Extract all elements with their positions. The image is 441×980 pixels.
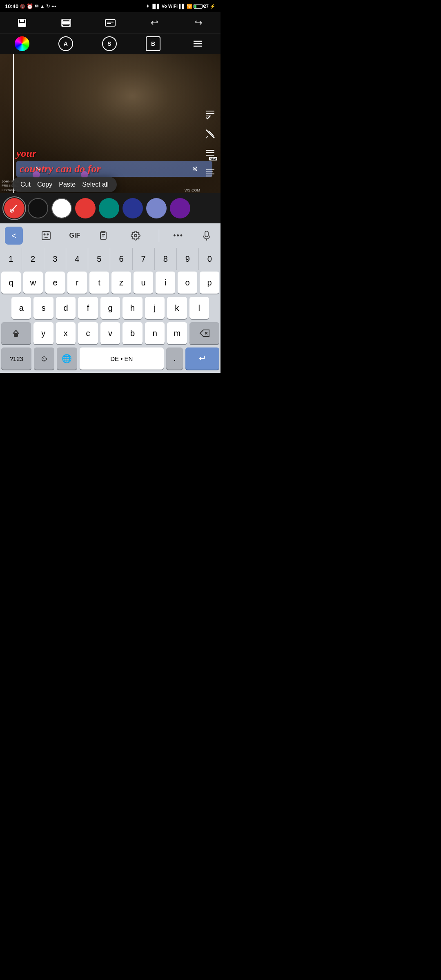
red-swatch[interactable]	[75, 198, 96, 218]
key-k[interactable]: k	[167, 297, 187, 319]
animation-lines-icon[interactable]	[203, 165, 218, 181]
key-o[interactable]: o	[178, 272, 197, 294]
pin-off-icon[interactable]	[203, 126, 218, 142]
key-9[interactable]: 9	[177, 248, 199, 270]
clipboard-icon	[98, 230, 108, 241]
key-u[interactable]: u	[134, 272, 153, 294]
svg-rect-33	[205, 231, 208, 237]
emoji-panel-button[interactable]	[37, 227, 55, 245]
key-5[interactable]: 5	[88, 248, 110, 270]
copy-button[interactable]: Copy	[37, 181, 52, 188]
darkblue-swatch[interactable]	[122, 198, 143, 218]
eraser-swatch[interactable]	[4, 198, 24, 218]
share-icon: ▲	[40, 4, 45, 9]
save-button[interactable]	[14, 15, 30, 31]
key-e[interactable]: e	[45, 272, 65, 294]
text-selection-highlight: country can do for	[16, 161, 212, 177]
cut-button[interactable]: Cut	[20, 181, 31, 188]
text-style-a-button[interactable]: A	[58, 36, 73, 51]
key-h[interactable]: h	[122, 297, 142, 319]
key-n[interactable]: n	[145, 322, 165, 344]
redo-button[interactable]: ↪	[190, 15, 207, 31]
key-2[interactable]: 2	[22, 248, 44, 270]
key-a[interactable]: a	[11, 297, 31, 319]
key-6[interactable]: 6	[110, 248, 132, 270]
keyboard-back-button[interactable]: <	[5, 227, 23, 245]
charging-icon: ⚡	[210, 4, 216, 9]
text-style-s-button[interactable]: S	[102, 36, 117, 51]
svg-point-26	[44, 234, 45, 235]
microphone-icon	[202, 230, 211, 241]
space-key[interactable]: DE • EN	[80, 347, 164, 370]
key-b[interactable]: b	[122, 322, 143, 344]
key-3[interactable]: 3	[44, 248, 66, 270]
resize-corner-br[interactable]: ⤡	[192, 165, 198, 173]
layers-button[interactable]	[58, 15, 74, 31]
align-button[interactable]	[189, 36, 206, 52]
key-x[interactable]: x	[56, 322, 76, 344]
select-all-button[interactable]: Select all	[82, 181, 109, 188]
letter-row-3: y x c v b n m	[0, 321, 220, 346]
globe-key[interactable]: 🌐	[57, 347, 77, 370]
white-swatch[interactable]	[51, 198, 72, 218]
alarm-icon: ⏰	[27, 3, 33, 9]
svg-rect-35	[14, 334, 18, 336]
key-4[interactable]: 4	[66, 248, 88, 270]
battery-percent: 27	[204, 4, 209, 9]
key-s[interactable]: s	[33, 297, 53, 319]
enter-key[interactable]: ↵	[185, 347, 219, 370]
key-m[interactable]: m	[167, 322, 187, 344]
text-lines-new-icon[interactable]: NEW	[203, 146, 218, 161]
key-8[interactable]: 8	[155, 248, 177, 270]
key-r[interactable]: r	[67, 272, 87, 294]
toolbar-separator	[159, 229, 159, 242]
blue-swatch[interactable]	[146, 198, 167, 218]
svg-rect-25	[42, 232, 50, 240]
key-0[interactable]: 0	[199, 248, 220, 270]
backspace-icon	[199, 329, 210, 337]
period-key[interactable]: .	[166, 347, 183, 370]
key-z[interactable]: z	[111, 272, 131, 294]
color-wheel-button[interactable]	[15, 36, 29, 51]
emoji-key[interactable]: ☺	[34, 347, 54, 370]
right-sidebar: NEW	[200, 103, 220, 184]
key-v[interactable]: v	[100, 322, 120, 344]
delete-key[interactable]	[189, 322, 219, 344]
status-bar: 10:40 📵 ⏰ ✉ ▲ ↻ ••• ✦ ▐▌▌ Vo WiFi ▌▌ 🛜 2…	[0, 0, 220, 12]
num-switch-key[interactable]: ?123	[1, 347, 31, 370]
key-w[interactable]: w	[23, 272, 43, 294]
clipboard-button[interactable]	[94, 227, 112, 245]
key-7[interactable]: 7	[133, 248, 155, 270]
shift-icon	[11, 329, 20, 338]
microphone-button[interactable]	[198, 227, 216, 245]
key-f[interactable]: f	[78, 297, 98, 319]
key-q[interactable]: q	[1, 272, 21, 294]
text-line2: country can do for	[20, 163, 209, 175]
gif-button[interactable]: GIF	[69, 232, 80, 239]
purple-swatch[interactable]	[170, 198, 190, 218]
more-options-button[interactable]: •••	[173, 232, 183, 240]
cursor-line	[13, 54, 14, 193]
key-d[interactable]: d	[56, 297, 76, 319]
key-c[interactable]: c	[78, 322, 98, 344]
key-t[interactable]: t	[89, 272, 109, 294]
key-l[interactable]: l	[189, 297, 209, 319]
shift-key[interactable]	[1, 322, 31, 344]
undo-button[interactable]: ↩	[146, 15, 163, 31]
subtitles-button[interactable]	[102, 15, 118, 31]
settings-button[interactable]	[127, 227, 145, 245]
svg-rect-2	[19, 23, 25, 26]
paste-button[interactable]: Paste	[59, 181, 76, 188]
key-y[interactable]: y	[33, 322, 53, 344]
key-g[interactable]: g	[100, 297, 120, 319]
key-p[interactable]: p	[200, 272, 219, 294]
text-overlay-area[interactable]: your country can do for	[16, 147, 212, 177]
black-swatch[interactable]	[28, 198, 48, 218]
key-i[interactable]: i	[156, 272, 175, 294]
checklist-icon[interactable]	[203, 107, 218, 122]
key-j[interactable]: j	[145, 297, 165, 319]
teal-swatch[interactable]	[99, 198, 119, 218]
key-1[interactable]: 1	[0, 248, 22, 270]
text-bold-button[interactable]: B	[146, 36, 160, 51]
svg-rect-4	[62, 22, 70, 24]
